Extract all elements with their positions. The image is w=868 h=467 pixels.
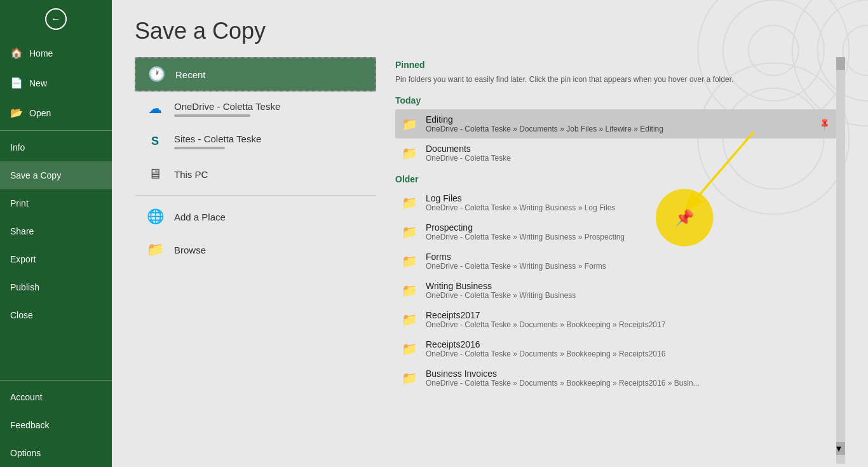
folder-receipts2016[interactable]: 📁 Receipts2016 OneDrive - Coletta Teske … (395, 334, 836, 363)
folder-forms-name: Forms (426, 252, 830, 262)
folder-icon-receipts16: 📁 (402, 341, 419, 356)
location-this-pc[interactable]: 🖥 This PC (135, 158, 376, 190)
folder-prospecting[interactable]: 📁 Prospecting OneDrive - Coletta Teske »… (395, 217, 836, 247)
scroll-thumb[interactable] (836, 57, 845, 70)
folder-receipts2017[interactable]: 📁 Receipts2017 OneDrive - Coletta Teske … (395, 305, 836, 334)
sites-sub-bar (174, 147, 225, 149)
folder-business-invoices[interactable]: 📁 Business Invoices OneDrive - Coletta T… (395, 363, 836, 393)
folder-editing[interactable]: 📁 Editing OneDrive - Coletta Teske » Doc… (395, 109, 836, 139)
folder-prospecting-name: Prospecting (426, 222, 830, 233)
folder-writing-business[interactable]: 📁 Writing Business OneDrive - Coletta Te… (395, 276, 836, 305)
folder-forms[interactable]: 📁 Forms OneDrive - Coletta Teske » Writi… (395, 247, 836, 276)
folder-writing-name: Writing Business (426, 281, 830, 291)
content-area: 🕐 Recent ☁ OneDrive - Coletta Teske S Si… (112, 57, 868, 464)
pin-icon-editing: 📌 (817, 116, 832, 131)
this-pc-icon: 🖥 (145, 166, 165, 182)
scroll-thumb-bottom[interactable]: ▾ (836, 442, 845, 455)
folder-log-files[interactable]: 📁 Log Files OneDrive - Coletta Teske » W… (395, 188, 836, 217)
account-label: Account (10, 392, 43, 402)
folder-icon: 📁 (402, 116, 419, 132)
sidebar-item-share[interactable]: Share (0, 217, 112, 245)
sidebar: ← 🏠 Home 📄 New 📂 Open Info Save a Copy P… (0, 0, 112, 467)
sidebar-item-feedback[interactable]: Feedback (0, 411, 112, 439)
location-recent[interactable]: 🕐 Recent (135, 57, 376, 91)
sidebar-item-print[interactable]: Print (0, 189, 112, 217)
add-place-label: Add a Place (174, 212, 226, 222)
publish-label: Publish (10, 282, 39, 292)
folder-documents[interactable]: 📁 Documents OneDrive - Coletta Teske (395, 139, 836, 168)
folder-forms-path: OneDrive - Coletta Teske » Writing Busin… (426, 262, 830, 271)
folder-log-info: Log Files OneDrive - Coletta Teske » Wri… (426, 193, 830, 212)
sidebar-item-options[interactable]: Options (0, 439, 112, 467)
folder-invoices-info: Business Invoices OneDrive - Coletta Tes… (426, 369, 830, 388)
pinned-title: Pinned (395, 60, 836, 70)
folder-documents-path: OneDrive - Coletta Teske (426, 154, 830, 163)
new-icon: 📄 (10, 77, 23, 89)
recent-icon: 🕐 (146, 66, 166, 83)
scrollbar[interactable]: ▾ (836, 57, 845, 464)
folder-editing-info: Editing OneDrive - Coletta Teske » Docum… (426, 114, 819, 133)
folder-log-name: Log Files (426, 193, 830, 203)
folders-panel[interactable]: Pinned Pin folders you want to easily fi… (389, 57, 836, 464)
sites-label: Sites - Coletta Teske (174, 133, 261, 144)
back-button[interactable]: ← (0, 0, 112, 38)
sidebar-item-account[interactable]: Account (0, 383, 112, 411)
folder-invoices-name: Business Invoices (426, 369, 830, 379)
folder-invoices-path: OneDrive - Coletta Teske » Documents » B… (426, 379, 830, 388)
onedrive-label: OneDrive - Coletta Teske (174, 101, 280, 112)
sidebar-item-publish[interactable]: Publish (0, 273, 112, 301)
feedback-label: Feedback (10, 420, 49, 430)
folder-editing-name: Editing (426, 114, 819, 125)
folder-icon-log: 📁 (402, 195, 419, 210)
main-content: Save a Copy 🕐 Recent ☁ OneDrive - Colett… (112, 0, 868, 467)
folder-log-path: OneDrive - Coletta Teske » Writing Busin… (426, 203, 830, 212)
folder-forms-info: Forms OneDrive - Coletta Teske » Writing… (426, 252, 830, 271)
folder-receipts16-name: Receipts2016 (426, 339, 830, 349)
older-label: Older (395, 174, 836, 184)
folder-receipts16-path: OneDrive - Coletta Teske » Documents » B… (426, 349, 830, 358)
folder-icon-documents: 📁 (402, 146, 419, 161)
open-icon: 📂 (10, 107, 23, 119)
folder-prospecting-path: OneDrive - Coletta Teske » Writing Busin… (426, 233, 830, 241)
sidebar-item-save-a-copy[interactable]: Save a Copy (0, 161, 112, 189)
share-label: Share (10, 226, 34, 236)
today-label: Today (395, 95, 836, 105)
open-label: Open (29, 108, 51, 118)
folder-receipts17-info: Receipts2017 OneDrive - Coletta Teske » … (426, 310, 830, 329)
folder-prospecting-info: Prospecting OneDrive - Coletta Teske » W… (426, 222, 830, 241)
onedrive-sub-bar (174, 114, 250, 117)
sidebar-item-export[interactable]: Export (0, 245, 112, 273)
this-pc-label: This PC (174, 169, 208, 180)
save-a-copy-label: Save a Copy (10, 170, 61, 180)
recent-label: Recent (175, 69, 206, 80)
browse-label: Browse (174, 245, 206, 255)
new-label: New (29, 78, 47, 88)
info-label: Info (10, 142, 25, 152)
onedrive-icon: ☁ (145, 100, 165, 117)
sidebar-item-info[interactable]: Info (0, 133, 112, 161)
folder-editing-path: OneDrive - Coletta Teske » Documents » J… (426, 125, 819, 133)
location-add-place[interactable]: 🌐 Add a Place (135, 201, 376, 233)
add-place-icon: 🌐 (145, 208, 165, 225)
folder-writing-path: OneDrive - Coletta Teske » Writing Busin… (426, 291, 830, 300)
location-sites[interactable]: S Sites - Coletta Teske (135, 126, 376, 157)
sidebar-item-new[interactable]: 📄 New (0, 68, 112, 98)
browse-icon: 📁 (145, 241, 165, 258)
folder-icon-receipts17: 📁 (402, 312, 419, 327)
sidebar-item-open[interactable]: 📂 Open (0, 98, 112, 128)
sidebar-item-close[interactable]: Close (0, 301, 112, 329)
sidebar-item-home[interactable]: 🏠 Home (0, 38, 112, 68)
location-browse[interactable]: 📁 Browse (135, 234, 376, 266)
home-label: Home (29, 48, 53, 58)
folder-documents-info: Documents OneDrive - Coletta Teske (426, 144, 830, 163)
pinned-section: Pinned Pin folders you want to easily fi… (395, 60, 836, 85)
folder-receipts16-info: Receipts2016 OneDrive - Coletta Teske » … (426, 339, 830, 358)
back-icon: ← (45, 8, 67, 30)
folder-icon-forms: 📁 (402, 254, 419, 269)
close-label: Close (10, 310, 33, 320)
folder-icon-writing: 📁 (402, 283, 419, 298)
print-label: Print (10, 198, 29, 208)
folder-icon-prospecting: 📁 (402, 224, 419, 240)
folder-receipts17-name: Receipts2017 (426, 310, 830, 320)
location-onedrive[interactable]: ☁ OneDrive - Coletta Teske (135, 93, 376, 125)
